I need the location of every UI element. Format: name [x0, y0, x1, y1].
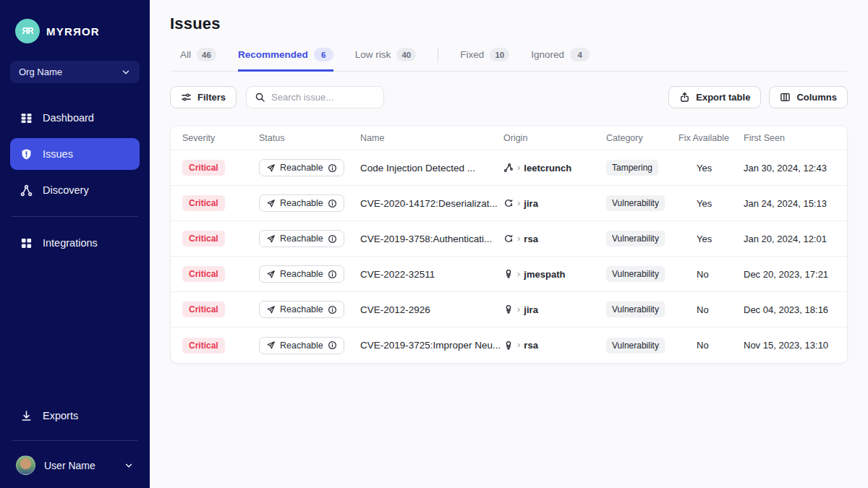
- org-selector[interactable]: Org Name: [10, 61, 140, 83]
- network-icon: [20, 184, 33, 197]
- issue-name: CVE-2012-2926: [360, 304, 503, 315]
- chevron-down-icon: [124, 461, 134, 471]
- send-icon: [266, 163, 276, 173]
- first-seen-value: Jan 30, 2024, 12:43: [744, 163, 847, 174]
- columns-button[interactable]: Columns: [769, 86, 848, 108]
- user-menu[interactable]: User Name: [10, 448, 140, 475]
- search-box: [246, 86, 384, 108]
- origin-cell: ›jmespath: [503, 269, 606, 280]
- loop-icon: [503, 234, 514, 244]
- filters-button-label: Filters: [197, 92, 226, 103]
- origin-name: rsa: [524, 340, 538, 351]
- sidebar-divider: [12, 216, 138, 217]
- tab-recommended[interactable]: Recommended6: [238, 48, 333, 72]
- fix-available-value: Yes: [678, 163, 744, 174]
- filters-button[interactable]: Filters: [170, 86, 237, 108]
- tab-count-badge: 10: [490, 48, 509, 61]
- table-row[interactable]: CriticalReachableCVE-2019-3725:Improper …: [171, 328, 847, 363]
- status-label: Reachable: [280, 163, 323, 173]
- first-seen-value: Jan 24, 2024, 15:13: [744, 198, 847, 209]
- origin-cell: ›leetcrunch: [503, 163, 606, 174]
- pypi-balloon-icon: [503, 304, 514, 314]
- origin-cell: ›rsa: [503, 234, 606, 244]
- export-icon: [679, 92, 690, 103]
- org-selector-label: Org Name: [19, 67, 62, 77]
- origin-name: jmespath: [524, 269, 565, 280]
- sidebar-item-exports[interactable]: Exports: [10, 401, 140, 430]
- sidebar-item-integrations[interactable]: Integrations: [10, 227, 140, 259]
- status-pill[interactable]: Reachable: [259, 265, 344, 283]
- table-row[interactable]: CriticalReachableCVE-2022-32511›jmespath…: [171, 257, 847, 292]
- send-icon: [266, 234, 276, 244]
- column-header-name: Name: [360, 133, 503, 143]
- search-icon: [255, 92, 265, 103]
- severity-badge: Critical: [182, 160, 225, 176]
- origin-cell: ›rsa: [503, 340, 606, 351]
- sidebar-item-discovery[interactable]: Discovery: [10, 174, 140, 206]
- fix-available-value: No: [678, 304, 744, 315]
- issues-table: SeverityStatusNameOriginCategoryFix Avai…: [170, 125, 848, 364]
- status-pill[interactable]: Reachable: [259, 337, 344, 354]
- sidebar: ЯR MYRЯOR Org Name DashboardIssuesDiscov…: [0, 0, 150, 488]
- category-badge: Tampering: [606, 160, 658, 176]
- status-pill[interactable]: Reachable: [259, 194, 344, 212]
- tab-fixed[interactable]: Fixed10: [460, 48, 509, 72]
- status-label: Reachable: [280, 198, 323, 208]
- origin-name: rsa: [524, 234, 538, 244]
- sidebar-item-label: Dashboard: [43, 112, 94, 124]
- tab-count-badge: 40: [396, 48, 416, 61]
- severity-badge: Critical: [182, 231, 225, 247]
- brand: ЯR MYRЯOR: [10, 19, 140, 43]
- fix-available-value: Yes: [678, 234, 744, 244]
- severity-badge: Critical: [182, 338, 225, 354]
- sidebar-item-issues[interactable]: Issues: [10, 138, 140, 170]
- severity-badge: Critical: [182, 301, 225, 317]
- table-row[interactable]: CriticalReachableCode Injection Detected…: [171, 150, 847, 186]
- loop-icon: [503, 198, 514, 208]
- issue-name: CVE-2019-3725:Improper Neu...: [360, 340, 503, 351]
- sidebar-footer-divider: [12, 440, 138, 441]
- tab-all[interactable]: All46: [180, 48, 216, 72]
- origin-cell: ›jira: [503, 304, 606, 315]
- status-pill[interactable]: Reachable: [259, 230, 344, 247]
- tab-low-risk[interactable]: Low risk40: [355, 48, 417, 72]
- column-header-status: Status: [259, 133, 360, 143]
- status-pill[interactable]: Reachable: [259, 159, 344, 176]
- first-seen-value: Dec 20, 2023, 17:21: [744, 269, 847, 280]
- chevron-right-icon: ›: [517, 162, 520, 173]
- sidebar-item-dashboard[interactable]: Dashboard: [10, 102, 140, 134]
- table-row[interactable]: CriticalReachableCVE-2012-2926›jiraVulne…: [171, 292, 847, 328]
- filter-icon: [181, 92, 192, 103]
- tab-count-badge: 4: [570, 48, 590, 61]
- columns-icon: [780, 92, 791, 103]
- shield-alert-icon: [20, 148, 33, 160]
- send-icon: [266, 199, 276, 208]
- tab-divider: [438, 48, 438, 63]
- dependency-graph-icon: [503, 163, 514, 173]
- fix-available-value: No: [678, 340, 744, 351]
- origin-name: jira: [524, 304, 538, 315]
- column-header-category: Category: [606, 133, 678, 143]
- sidebar-item-label: Discovery: [43, 184, 89, 196]
- origin-cell: ›jira: [503, 198, 606, 209]
- category-badge: Vulnerability: [606, 338, 665, 354]
- status-pill[interactable]: Reachable: [259, 301, 344, 318]
- tab-ignored[interactable]: Ignored4: [531, 48, 590, 72]
- table-row[interactable]: CriticalReachableCVE-2019-3758:Authentic…: [171, 221, 847, 257]
- first-seen-value: Jan 20, 2024, 12:01: [744, 234, 847, 244]
- chevron-right-icon: ›: [517, 197, 520, 208]
- table-header-row: SeverityStatusNameOriginCategoryFix Avai…: [171, 126, 847, 150]
- export-table-button[interactable]: Export table: [668, 86, 761, 108]
- fix-available-value: No: [678, 269, 744, 280]
- column-header-severity: Severity: [182, 133, 259, 143]
- main-content: Issues All46Recommended6Low risk40Fixed1…: [150, 0, 868, 488]
- chevron-down-icon: [121, 67, 131, 77]
- info-icon: [328, 234, 337, 244]
- myrror-logo-icon: ЯR: [15, 19, 40, 43]
- user-name: User Name: [44, 460, 115, 471]
- columns-button-label: Columns: [796, 92, 837, 103]
- table-row[interactable]: CriticalReachableCVE-2020-14172:Deserial…: [171, 186, 847, 221]
- search-input[interactable]: [271, 92, 375, 103]
- status-label: Reachable: [280, 304, 323, 314]
- first-seen-value: Dec 04, 2023, 18:16: [744, 304, 847, 315]
